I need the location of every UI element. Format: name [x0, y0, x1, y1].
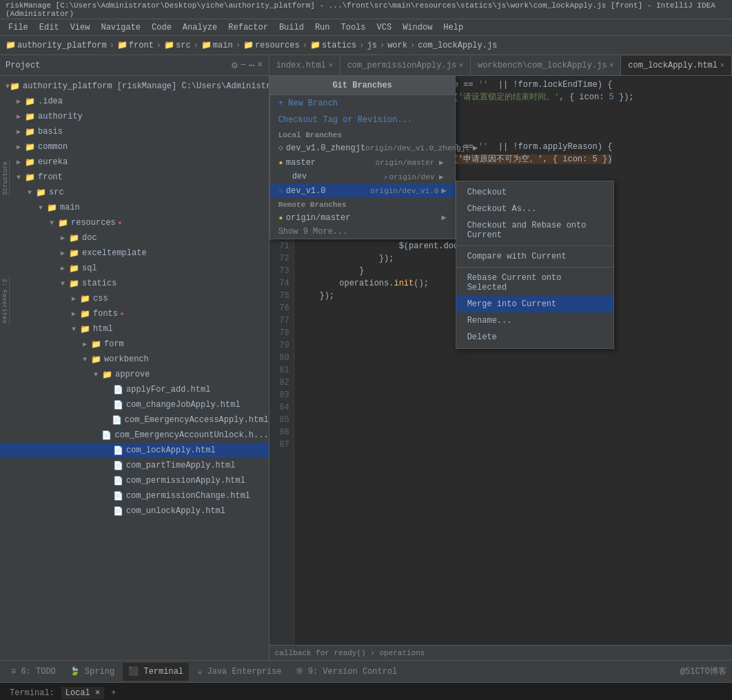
branch-origin-master[interactable]: ★ origin/master ▶ [270, 210, 455, 225]
rename-menu-item[interactable]: Rename... [456, 312, 613, 329]
tab-index-html[interactable]: index.html × [270, 56, 340, 75]
menu-item-file[interactable]: File [3, 19, 34, 36]
branch-dev[interactable]: dev ↗ origin/dev ▶ [270, 170, 455, 183]
list-item[interactable]: ▶ 📁 .idea [0, 94, 269, 109]
sidebar-actions: ⚙ − ⋯ × [232, 59, 263, 71]
menu-item-edit[interactable]: Edit [34, 19, 65, 36]
tab-version-control[interactable]: ⑨ 9: Version Control [290, 663, 403, 681]
sync-icon[interactable]: ⚙ [232, 59, 237, 71]
list-item[interactable]: ▶ 📁 css [0, 291, 269, 306]
terminal-local-tab[interactable]: Local × [61, 687, 104, 699]
close-icon[interactable]: × [720, 62, 724, 70]
menu-item-tools[interactable]: Tools [336, 19, 372, 36]
checkout-as-menu-item[interactable]: Checkout As... [456, 201, 613, 217]
tree-label: common [38, 142, 68, 152]
list-item[interactable]: 📄 com_permissionChange.html [0, 488, 269, 503]
list-item[interactable]: ▶ 📁 common [0, 139, 269, 154]
list-item[interactable]: ▼ 📁 resources [0, 215, 269, 230]
list-item[interactable]: ▼ 📁 front [0, 170, 269, 185]
list-item[interactable]: ▶ 📁 eureka [0, 154, 269, 170]
list-item[interactable]: ▼ 📁 workbench [0, 352, 269, 367]
close-icon[interactable]: × [609, 62, 613, 70]
branch-master[interactable]: ★ master origin/master ▶ [270, 155, 455, 170]
list-item[interactable]: 📄 com_EmergencyAccountUnlock.h... [0, 428, 269, 443]
breadcrumb-front[interactable]: 📁 front [117, 40, 154, 50]
breadcrumb-bar: 📁 authority_platform › 📁 front › 📁 src ›… [0, 36, 732, 55]
tree-root[interactable]: ▼ 📁 authority_platform [riskManage] C:\U… [0, 79, 269, 94]
list-item[interactable]: 📄 com_EmergencyAccessApply.html [0, 412, 269, 428]
structure-panel-tab[interactable]: Structure [0, 159, 10, 195]
merge-current-menu-item[interactable]: Merge into Current [456, 296, 613, 312]
breadcrumb-root[interactable]: 📁 authority_platform [6, 40, 107, 50]
delete-menu-item[interactable]: Delete [456, 329, 613, 346]
tab-workbench-lockapply[interactable]: workbench\com_lockApply.js × [471, 56, 621, 75]
tab-java-enterprise[interactable]: ☕ Java Enterprise [192, 663, 287, 681]
menu-item-window[interactable]: Window [397, 19, 438, 36]
list-item[interactable]: 📄 com_lockApply.html [0, 443, 269, 458]
list-item[interactable]: ▼ 📁 src [0, 185, 269, 200]
sidebar: Project ⚙ − ⋯ × ▼ 📁 authority_platform [… [0, 55, 270, 660]
tab-label: ⑨ 9: Version Control [296, 667, 398, 677]
list-item[interactable]: ▶ 📁 sql [0, 261, 269, 276]
checkout-rebase-menu-item[interactable]: Checkout and Rebase onto Current [456, 217, 613, 243]
list-item[interactable]: ▶ 📁 exceltemplate [0, 246, 269, 261]
menu-item-code[interactable]: Code [146, 19, 177, 36]
terminal-content[interactable]: Terminal: Local × + Administrator@SKY-20… [0, 683, 732, 700]
menu-item-navigate[interactable]: Navigate [95, 19, 146, 36]
tab-terminal[interactable]: ⬛ Terminal [123, 663, 189, 681]
menu-item-run[interactable]: Run [309, 19, 336, 36]
tab-todo[interactable]: ≡ 6: TODO [6, 663, 61, 681]
folder-icon: 📁 [80, 309, 90, 319]
favorites-panel[interactable]: 2: Favorites [0, 276, 10, 326]
branch-dev-v1-0-zhengjt[interactable]: ◇ dev_v1.0_zhengjt origin/dev_v1.0_zheng… [270, 141, 455, 155]
tab-com-permissionapply[interactable]: com_permissionApply.js × [340, 56, 471, 75]
branch-dev-v1-0[interactable]: ☆ dev_v1.0 origin/dev_v1.0 ▶ [270, 183, 455, 198]
checkout-menu-item[interactable]: Checkout [456, 184, 613, 201]
menu-item-view[interactable]: View [65, 19, 96, 36]
list-item[interactable]: ▼ 📁 statics [0, 276, 269, 291]
terminal-add-tab[interactable]: + [107, 687, 120, 699]
breadcrumb-text: callback for ready() › operations [275, 649, 425, 657]
collapse-icon[interactable]: − [240, 59, 245, 71]
menu-item-help[interactable]: Help [438, 19, 469, 36]
show-more-button[interactable]: Show 9 More... [270, 225, 455, 239]
close-icon[interactable]: × [459, 62, 463, 70]
list-item[interactable]: ▶ 📁 doc [0, 230, 269, 246]
list-item[interactable]: 📄 com_partTimeApply.html [0, 458, 269, 473]
html-file-icon: 📄 [113, 385, 123, 395]
menu-item-vcs[interactable]: VCS [372, 19, 398, 36]
list-item[interactable]: ▼ 📁 approve [0, 367, 269, 382]
checkout-tag-button[interactable]: Checkout Tag or Revision... [270, 112, 455, 128]
new-branch-button[interactable]: + New Branch [270, 95, 455, 112]
list-item[interactable]: 📄 applyFor_add.html [0, 382, 269, 397]
close-icon[interactable]: × [257, 59, 263, 71]
bottom-panel: ≡ 6: TODO 🍃 Spring ⬛ Terminal ☕ Java Ent… [0, 660, 732, 700]
site-watermark: @51CTO博客 [680, 667, 726, 677]
list-item[interactable]: ▶ 📁 fonts [0, 306, 269, 321]
rebase-current-menu-item[interactable]: Rebase Current onto Selected [456, 270, 613, 296]
menu-item-analyze[interactable]: Analyze [177, 19, 223, 36]
tab-com-lockapply-html[interactable]: com_lockApply.html × [621, 56, 732, 75]
settings-icon[interactable]: ⋯ [249, 59, 254, 71]
terminal-tab-label[interactable]: Terminal: [6, 687, 59, 699]
list-item[interactable]: 📄 com_unlockApply.html [0, 503, 269, 519]
list-item[interactable]: ▶ 📁 basis [0, 124, 269, 139]
close-icon[interactable]: × [329, 62, 333, 70]
list-item[interactable]: ▼ 📁 html [0, 321, 269, 337]
compare-current-menu-item[interactable]: Compare with Current [456, 248, 613, 265]
list-item[interactable]: ▶ 📁 form [0, 337, 269, 352]
arrow-right-icon: ▶ [473, 143, 478, 153]
list-item[interactable]: 📄 com_changeJobApply.html [0, 397, 269, 412]
list-item[interactable]: ▶ 📁 authority [0, 109, 269, 124]
arrow-icon: ▼ [39, 204, 47, 212]
menu-item-refactor[interactable]: Refactor [223, 19, 274, 36]
tree-label: com_lockApply.html [126, 446, 216, 455]
menu-separator [456, 267, 613, 268]
menu-item-build[interactable]: Build [274, 19, 309, 36]
list-item[interactable]: ▼ 📁 main [0, 200, 269, 215]
origin-info: origin/master ▶ [376, 158, 444, 167]
tab-spring[interactable]: 🍃 Spring [64, 663, 120, 681]
breadcrumb-src[interactable]: 📁 src [164, 40, 191, 50]
arrow-icon: ▶ [72, 310, 80, 318]
list-item[interactable]: 📄 com_permissionApply.html [0, 473, 269, 488]
